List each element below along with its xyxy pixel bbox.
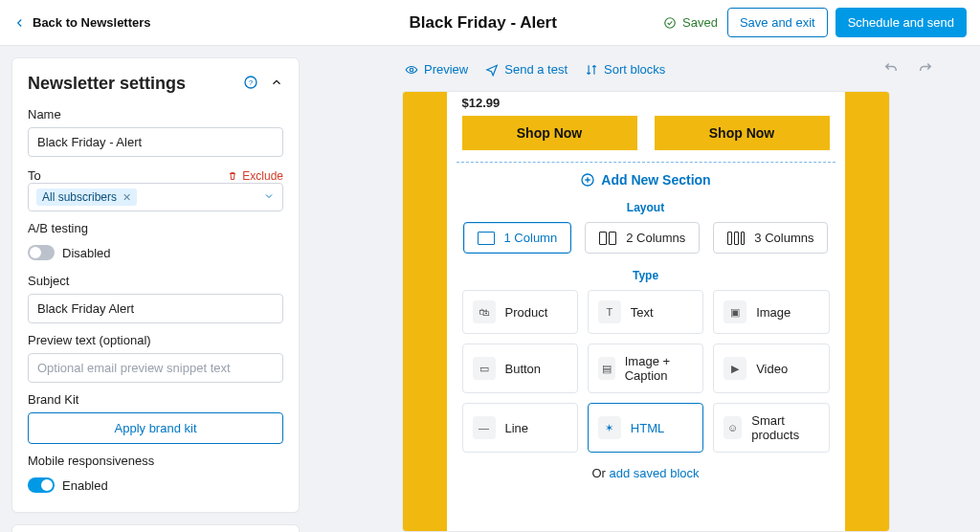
recipient-chip: All subscribers ✕ (36, 188, 137, 206)
html-icon: ✶ (598, 416, 621, 439)
column-icon (478, 232, 495, 245)
price-text: $12.99 (455, 92, 837, 110)
type-line[interactable]: —Line (462, 403, 578, 453)
page-title: Black Friday - Alert (410, 13, 557, 33)
trash-icon (227, 170, 238, 182)
schedule-and-send-button[interactable]: Schedule and send (835, 8, 967, 37)
svg-point-3 (410, 68, 413, 72)
line-icon: — (473, 416, 496, 439)
image-icon: ▣ (724, 300, 746, 323)
sort-blocks-button[interactable]: Sort blocks (585, 62, 665, 77)
preview-label: Preview text (optional) (28, 333, 283, 347)
back-to-newsletters[interactable]: Back to Newsletters (13, 15, 151, 30)
check-circle-icon (663, 16, 677, 30)
ab-toggle[interactable] (28, 245, 55, 260)
image-caption-icon: ▤ (598, 357, 615, 380)
left-brand-band (403, 92, 447, 531)
or-text: Or (591, 466, 609, 480)
eye-icon (405, 63, 418, 77)
type-smart-products[interactable]: ☺Smart products (713, 403, 829, 453)
plus-circle-icon (580, 172, 595, 188)
preview-button[interactable]: Preview (405, 62, 468, 77)
arrow-left-icon (13, 16, 27, 30)
exclude-link[interactable]: Exclude (227, 169, 283, 183)
type-button[interactable]: ▭Button (462, 344, 578, 393)
collapse-icon[interactable] (270, 76, 283, 93)
name-label: Name (28, 107, 283, 122)
mobile-state: Enabled (62, 478, 108, 493)
help-icon[interactable]: ? (243, 75, 258, 94)
layout-heading: Layout (455, 201, 837, 214)
preview-input[interactable] (28, 353, 283, 383)
name-input[interactable] (28, 127, 283, 157)
to-label: To (28, 168, 41, 183)
type-product[interactable]: 🛍Product (462, 290, 578, 334)
save-and-exit-button[interactable]: Save and exit (727, 8, 828, 37)
chip-remove-icon[interactable]: ✕ (122, 191, 131, 204)
smart-products-icon: ☺ (724, 416, 742, 439)
saved-label: Saved (682, 15, 718, 30)
column-icon (599, 232, 616, 245)
section-divider (457, 162, 835, 163)
video-icon: ▶ (724, 357, 746, 380)
subject-input[interactable] (28, 294, 283, 323)
text-icon: T (598, 300, 621, 323)
type-image[interactable]: ▣Image (713, 290, 829, 334)
send-test-button[interactable]: Send a test (485, 62, 568, 77)
recipient-select[interactable]: All subscribers ✕ (28, 183, 283, 211)
right-brand-band (845, 92, 889, 531)
email-canvas: $12.99 Shop Now Shop Now Add New Section… (402, 91, 890, 532)
chevron-down-icon (263, 188, 275, 206)
product-icon: 🛍 (473, 300, 496, 323)
add-new-section[interactable]: Add New Section (455, 172, 837, 188)
type-text[interactable]: TText (588, 290, 703, 334)
collapsed-panel[interactable] (11, 524, 300, 532)
mobile-label: Mobile responsiveness (28, 454, 283, 468)
type-heading: Type (455, 269, 837, 282)
shop-now-button[interactable]: Shop Now (655, 116, 830, 150)
svg-point-0 (665, 17, 676, 28)
brandkit-label: Brand Kit (28, 392, 283, 407)
type-html[interactable]: ✶HTML (588, 403, 703, 453)
layout-3-columns[interactable]: 3 Columns (713, 222, 828, 254)
settings-title: Newsletter settings (28, 74, 186, 94)
add-saved-block-link[interactable]: add saved block (610, 466, 700, 480)
settings-sidebar: Newsletter settings ? Name To (0, 46, 311, 532)
redo-button[interactable] (917, 59, 934, 79)
undo-button[interactable] (882, 59, 900, 79)
apply-brand-kit-button[interactable]: Apply brand kit (28, 412, 283, 444)
layout-1-column[interactable]: 1 Column (463, 222, 572, 254)
ab-state: Disabled (62, 246, 111, 260)
back-label: Back to Newsletters (33, 15, 151, 30)
saved-status: Saved (663, 15, 718, 30)
ab-label: A/B testing (28, 221, 283, 235)
type-video[interactable]: ▶Video (713, 344, 829, 393)
column-icon (727, 232, 745, 245)
subject-label: Subject (28, 274, 283, 288)
type-image-caption[interactable]: ▤Image + Caption (588, 344, 703, 393)
mobile-toggle[interactable] (28, 477, 55, 493)
layout-2-columns[interactable]: 2 Columns (585, 222, 700, 254)
button-icon: ▭ (473, 357, 496, 380)
shop-now-button[interactable]: Shop Now (462, 116, 637, 150)
send-icon (485, 63, 499, 77)
svg-text:?: ? (249, 78, 254, 86)
sort-icon (585, 63, 598, 77)
